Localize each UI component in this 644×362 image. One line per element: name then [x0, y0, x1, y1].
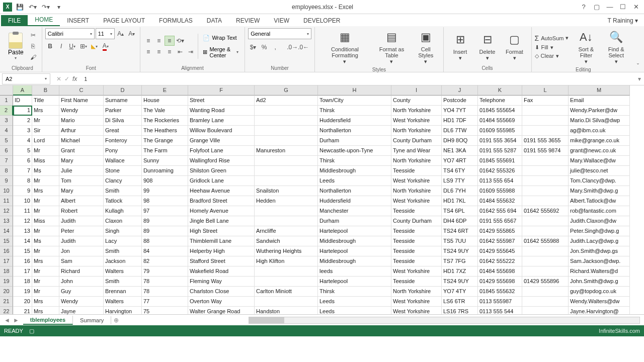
find-select-button[interactable]: 🔍Find & Select▾ — [600, 28, 632, 66]
cell[interactable]: 0191 555 3654 — [478, 136, 522, 146]
cell[interactable]: 8 — [13, 176, 32, 186]
cell[interactable] — [522, 307, 569, 314]
collapse-ribbon-icon[interactable]: ˇ — [635, 61, 641, 72]
row-header-4[interactable]: 4 — [0, 126, 13, 136]
cell[interactable]: Jayne.Harvington@ — [569, 307, 630, 314]
cell[interactable]: 0191 555 9874 — [522, 146, 569, 156]
tab-page-layout[interactable]: PAGE LAYOUT — [96, 15, 152, 26]
select-all-corner[interactable] — [0, 85, 13, 96]
underline-button[interactable]: U▾ — [67, 41, 77, 51]
col-header-L[interactable]: L — [522, 85, 569, 96]
cell[interactable]: Wallingford Rise — [188, 156, 255, 166]
cell[interactable]: Wallace — [104, 156, 142, 166]
cell[interactable]: Judith.Claxon@dw — [569, 216, 630, 226]
cell[interactable]: West Yorkshire — [391, 307, 442, 314]
cell[interactable]: 9 — [13, 186, 32, 196]
cut-icon[interactable]: ✂ — [28, 30, 39, 40]
cell[interactable]: 3 — [13, 126, 32, 136]
cell[interactable]: Mr — [32, 287, 59, 297]
cell[interactable]: Title — [32, 96, 59, 106]
cell[interactable]: Mr — [32, 226, 59, 236]
cell[interactable]: Huddersfield — [318, 116, 391, 126]
maximize-icon[interactable]: ☐ — [617, 1, 629, 13]
cell[interactable] — [522, 126, 569, 136]
enter-formula-icon[interactable]: ✓ — [64, 75, 69, 82]
cell[interactable]: Telephone — [478, 96, 522, 106]
cell[interactable]: Teesside — [391, 166, 442, 176]
cell[interactable]: 15 — [13, 246, 32, 256]
cell[interactable]: North Yorkshire — [391, 156, 442, 166]
cell[interactable]: Michael — [59, 136, 104, 146]
cell[interactable]: 10 — [13, 196, 32, 206]
cell[interactable]: Durham — [318, 136, 391, 146]
sheet-tab-summary[interactable]: Summary — [73, 316, 111, 324]
cell[interactable]: House — [142, 96, 188, 106]
name-box[interactable]: A2▾ — [2, 73, 50, 84]
cell[interactable]: Town/City — [318, 96, 391, 106]
cell[interactable]: TS7 7FG — [442, 256, 478, 266]
row-header-16[interactable]: 16 — [0, 246, 13, 256]
cell[interactable]: County Durham — [391, 136, 442, 146]
cell[interactable] — [255, 126, 318, 136]
cell[interactable]: Sunny — [142, 156, 188, 166]
cell[interactable]: 78 — [142, 287, 188, 297]
cell-styles-button[interactable]: ▣Cell Styles▾ — [412, 28, 440, 66]
cell[interactable]: Homely Avenue — [188, 206, 255, 216]
cell[interactable]: County Durham — [391, 216, 442, 226]
cell[interactable] — [255, 166, 318, 176]
cell[interactable] — [522, 266, 569, 277]
cell[interactable]: 01642 555 694 — [478, 206, 522, 216]
row-header-10[interactable]: 10 — [0, 186, 13, 196]
tab-home[interactable]: HOME — [28, 14, 60, 26]
cell[interactable]: Teesside — [391, 226, 442, 236]
merge-center-button[interactable]: ⊞ Merge & Center ▾ — [200, 45, 242, 59]
font-size-combo[interactable]: 11▾ — [96, 28, 115, 39]
col-header-E[interactable]: E — [142, 85, 188, 96]
cell[interactable]: Northallerton — [318, 186, 391, 196]
cell[interactable]: Mrs — [32, 307, 59, 314]
cell[interactable]: 89 — [142, 226, 188, 236]
cell[interactable] — [522, 226, 569, 236]
cell[interactable]: Mario.Di Silva@dwp — [569, 116, 630, 126]
cell[interactable]: Leeds — [318, 176, 391, 186]
col-header-D[interactable]: D — [104, 85, 142, 96]
cell[interactable]: 2 — [13, 116, 32, 126]
cell[interactable]: Thirsk — [318, 106, 391, 116]
cell[interactable]: 01609 555985 — [478, 126, 522, 136]
cell[interactable]: Great — [104, 126, 142, 136]
cell[interactable]: The Rockeries — [142, 116, 188, 126]
cell[interactable]: Smith — [104, 246, 142, 256]
cell[interactable]: Thirsk — [318, 156, 391, 166]
cell[interactable]: Grant — [59, 146, 104, 156]
row-header-8[interactable]: 8 — [0, 166, 13, 176]
cell[interactable]: rob@fantastic.com — [569, 206, 630, 216]
cell[interactable] — [522, 156, 569, 166]
cell[interactable]: Hartelepool — [318, 226, 391, 236]
cell[interactable] — [255, 176, 318, 186]
cell[interactable]: Mary — [59, 156, 104, 166]
row-header-21[interactable]: 21 — [0, 297, 13, 307]
col-header-G[interactable]: G — [255, 85, 318, 96]
col-header-F[interactable]: F — [188, 85, 255, 96]
cell[interactable]: 0113 555 544 — [478, 307, 522, 314]
font-color-button[interactable]: A▾ — [101, 41, 111, 51]
cell[interactable]: Judith.Lacy@dwp.g — [569, 236, 630, 246]
redo-icon[interactable]: ↷▾ — [40, 2, 51, 13]
cell[interactable]: Shilston Green — [188, 166, 255, 176]
cell[interactable]: TS24 6RT — [442, 226, 478, 236]
cell[interactable] — [255, 156, 318, 166]
cell[interactable]: 0113 555 654 — [478, 176, 522, 186]
cell[interactable]: Albert.Tatlock@dw — [569, 196, 630, 206]
cell[interactable]: julie@tesco.net — [569, 166, 630, 176]
format-cells-button[interactable]: ▢Format▾ — [501, 31, 528, 62]
cell[interactable]: 01609 555988 — [478, 186, 522, 196]
cell[interactable]: Handston — [255, 307, 318, 314]
cell[interactable]: Mary — [59, 186, 104, 196]
align-center-icon[interactable]: ≡ — [154, 47, 164, 57]
cell[interactable]: Julie — [59, 166, 104, 176]
cell[interactable]: Mr — [32, 196, 59, 206]
row-header-20[interactable]: 20 — [0, 287, 13, 297]
row-header-18[interactable]: 18 — [0, 266, 13, 277]
ribbon-options-icon[interactable]: ▢ — [591, 1, 603, 13]
cell[interactable]: Di Silva — [104, 116, 142, 126]
